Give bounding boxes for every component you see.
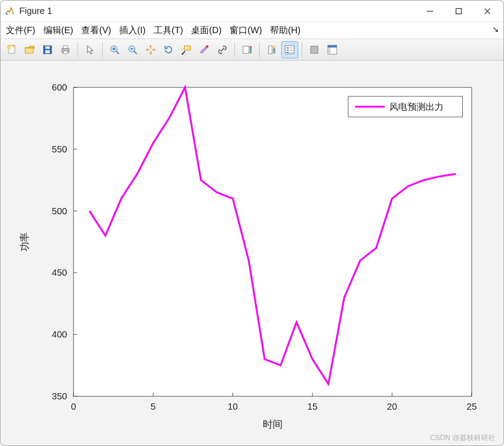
show-plot-tools-button[interactable] [324,41,341,58]
menubar: 文件(F) 编辑(E) 查看(V) 插入(I) 工具(T) 桌面(D) 窗口(W… [0,22,504,39]
insert-colorbar-button-2[interactable] [263,41,280,58]
svg-text:0: 0 [71,402,76,411]
titlebar: Figure 1 [0,0,504,22]
maximize-button[interactable] [446,2,471,20]
legend[interactable]: 风电预测出力 [348,96,462,117]
svg-rect-9 [45,50,50,53]
print-button[interactable] [57,41,74,58]
axes[interactable]: 0510152025 350400450500550600 时间 功率 风电预测… [9,69,495,437]
svg-text:20: 20 [387,402,397,411]
svg-point-21 [182,53,183,55]
plot-box [74,87,472,396]
svg-text:25: 25 [467,402,477,411]
svg-rect-11 [63,46,68,48]
menu-tools[interactable]: 工具(T) [154,24,183,36]
svg-line-18 [134,51,137,54]
svg-rect-1 [456,9,461,14]
svg-rect-40 [328,45,337,48]
svg-rect-20 [184,46,191,50]
open-button[interactable] [21,41,38,58]
x-axis-label: 时间 [263,419,282,430]
svg-text:400: 400 [52,329,67,339]
rotate-button[interactable] [160,41,177,58]
close-button[interactable] [475,2,500,20]
toolbar-separator [259,42,260,57]
svg-rect-42 [74,87,472,396]
zoom-in-button[interactable] [106,41,123,58]
matlab-icon [4,6,15,17]
svg-text:500: 500 [52,206,67,216]
svg-text:15: 15 [307,402,317,411]
svg-rect-23 [243,46,249,53]
svg-text:10: 10 [228,402,238,411]
toolbar [0,39,504,61]
svg-rect-26 [250,51,252,53]
menu-window[interactable]: 窗口(W) [230,24,262,36]
menu-help[interactable]: 帮助(H) [270,24,300,36]
data-cursor-button[interactable] [178,41,195,58]
svg-rect-38 [311,46,318,53]
dock-arrow-icon[interactable]: ➘ [492,25,499,35]
svg-rect-8 [45,46,50,49]
toolbar-separator [78,42,78,57]
pointer-button[interactable] [82,41,99,58]
insert-colorbar-button[interactable] [239,41,256,58]
toolbar-separator [102,42,103,57]
menu-edit[interactable]: 编辑(E) [43,24,74,36]
hide-plot-tools-button[interactable] [306,41,323,58]
menu-file[interactable]: 文件(F) [6,24,35,36]
insert-legend-button[interactable] [281,41,298,58]
figure-area[interactable]: 0510152025 350400450500550600 时间 功率 风电预测… [0,61,504,446]
legend-entry-label: 风电预测出力 [389,102,443,112]
svg-rect-30 [273,51,275,54]
menu-insert[interactable]: 插入(I) [119,24,146,36]
link-button[interactable] [214,41,231,58]
svg-rect-28 [273,46,275,48]
save-button[interactable] [39,41,56,58]
svg-line-14 [116,51,119,54]
window-controls [417,2,500,20]
svg-point-6 [7,45,11,49]
svg-text:550: 550 [52,144,67,154]
svg-text:5: 5 [151,402,156,411]
svg-rect-29 [273,48,275,51]
window-title: Figure 1 [19,6,417,16]
svg-rect-41 [328,48,330,54]
pan-button[interactable] [142,41,159,58]
svg-text:600: 600 [52,82,67,92]
axes-svg: 0510152025 350400450500550600 时间 功率 风电预测… [9,69,495,437]
new-file-button[interactable] [3,41,20,58]
brush-button[interactable] [196,41,213,58]
toolbar-separator [302,42,302,57]
menu-view[interactable]: 查看(V) [81,24,111,36]
zoom-out-button[interactable] [124,41,141,58]
menu-desktop[interactable]: 桌面(D) [191,24,222,36]
svg-text:450: 450 [52,268,67,278]
y-axis-label: 功率 [19,232,30,252]
figure-window: Figure 1 文件(F) 编辑(E) 查看(V) 插入(I) 工具(T) 桌… [0,0,504,446]
svg-rect-27 [269,46,272,54]
minimize-button[interactable] [417,2,443,20]
svg-rect-25 [250,46,252,48]
svg-rect-12 [63,51,68,54]
svg-text:350: 350 [52,391,67,401]
toolbar-separator [235,42,235,57]
